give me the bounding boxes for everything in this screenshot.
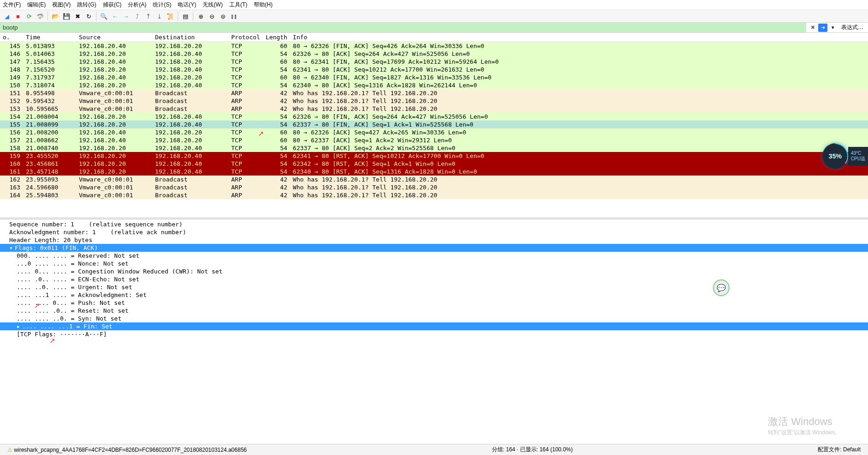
toolbar-separator xyxy=(178,12,178,21)
goto-packet-button[interactable]: ⤴ xyxy=(132,11,142,21)
packet-row[interactable]: 15923.455520192.168.20.20192.168.20.40TC… xyxy=(0,152,868,160)
filter-controls: ✖ ➔ ▾ 表达式… xyxy=(806,24,868,32)
menu-tools[interactable]: 工具(T) xyxy=(229,1,247,9)
filter-apply-button[interactable]: ➔ xyxy=(818,24,827,32)
detail-header-length[interactable]: Header Length: 20 bytes xyxy=(0,236,868,244)
detail-syn[interactable]: .... .... ..0. = Syn: Not set xyxy=(0,315,868,322)
packet-row[interactable]: 16023.456861192.168.20.20192.168.20.40TC… xyxy=(0,160,868,168)
packet-row[interactable]: 15621.008200192.168.20.40192.168.20.20TC… xyxy=(0,128,868,136)
stop-capture-button[interactable]: ■ xyxy=(13,11,23,21)
detail-fin[interactable]: ▸.... .... ...1 = Fin: Set xyxy=(0,322,868,330)
col-no[interactable]: o. xyxy=(0,33,23,42)
expand-caret-icon[interactable]: ▸ xyxy=(17,323,22,330)
detail-urgent[interactable]: .... ..0. .... = Urgent: Not set xyxy=(0,283,868,291)
cpu-usage-ring: 35% xyxy=(822,143,848,169)
toolbar-separator xyxy=(193,12,193,21)
col-time[interactable]: Time xyxy=(23,33,76,42)
packet-details-pane[interactable]: Sequence number: 1 (relative sequence nu… xyxy=(0,219,868,363)
col-source[interactable]: Source xyxy=(76,33,152,42)
detail-ack-flag[interactable]: .... ...1 .... = Acknowledgment: Set xyxy=(0,291,868,299)
display-filter-input[interactable] xyxy=(0,23,806,32)
menu-bar: 文件(F) 编辑(E) 视图(V) 跳转(G) 捕获(C) 分析(A) 统计(S… xyxy=(0,0,868,10)
packet-list-header[interactable]: o. Time Source Destination Protocol Leng… xyxy=(0,33,868,42)
packet-row[interactable]: 15721.008662192.168.20.40192.168.20.20TC… xyxy=(0,136,868,144)
packet-row[interactable]: 16324.596680Vmware_c0:00:01BroadcastARP4… xyxy=(0,183,868,191)
detail-ack[interactable]: Acknowledgment number: 1 (relative ack n… xyxy=(0,228,868,236)
detail-reserved[interactable]: 000. .... .... = Reserved: Not set xyxy=(0,252,868,260)
menu-view[interactable]: 视图(V) xyxy=(52,1,71,9)
menu-capture[interactable]: 捕获(C) xyxy=(103,1,122,9)
detail-push[interactable]: .... .... 0... = Push: Not set xyxy=(0,299,868,307)
auto-scroll-button[interactable]: 📜 xyxy=(165,11,175,21)
packet-row[interactable]: 15421.008004192.168.20.20192.168.20.40TC… xyxy=(0,113,868,121)
status-bar: ⚠ wireshark_pcapng_4AA1768F=4CF2=4DBF=82… xyxy=(0,444,868,455)
go-forward-button[interactable]: → xyxy=(121,11,131,21)
packet-row[interactable]: 1465.014063192.168.20.20192.168.20.40TCP… xyxy=(0,50,868,58)
menu-go[interactable]: 跳转(G) xyxy=(77,1,96,9)
capture-options-button[interactable]: 🦈 xyxy=(35,11,45,21)
main-toolbar: ◢ ■ ⟳ 🦈 📂 💾 ✖ ↻ 🔍 ← → ⤴ ⤒ ⤓ 📜 ▤ ⊕ ⊖ ⊜ ⫿⫿ xyxy=(0,10,868,23)
zoom-in-button[interactable]: ⊕ xyxy=(196,11,206,21)
menu-analyze[interactable]: 分析(A) xyxy=(128,1,146,9)
packet-row[interactable]: 1455.013893192.168.20.40192.168.20.20TCP… xyxy=(0,42,868,50)
collapse-caret-icon[interactable]: ▾ xyxy=(9,244,15,251)
cpu-monitor-widget[interactable]: 35% 43°C CPU温 xyxy=(822,143,868,169)
detail-ecn[interactable]: .... .0.. .... = ECN-Echo: Not set xyxy=(0,275,868,283)
status-packets: 分组: 164 · 已显示: 164 (100.0%) xyxy=(487,446,577,454)
toolbar-separator xyxy=(48,12,48,21)
packet-row[interactable]: 15821.008740192.168.20.20192.168.20.40TC… xyxy=(0,144,868,152)
activation-watermark: 激活 Windows 转到"设置"以激活 Windows。 xyxy=(768,415,840,437)
assistant-bubble-icon[interactable]: 💬 xyxy=(713,279,730,296)
packet-row[interactable]: 16223.955093Vmware_c0:00:01BroadcastARP4… xyxy=(0,176,868,183)
start-capture-button[interactable]: ◢ xyxy=(2,11,12,21)
packet-row[interactable]: 15310.595665Vmware_c0:00:01BroadcastARP4… xyxy=(0,105,868,113)
warning-icon: ⚠ xyxy=(7,447,12,453)
detail-cwr[interactable]: .... 0... .... = Congestion Window Reduc… xyxy=(0,267,868,275)
detail-flag-string[interactable]: [TCP Flags: ·······A···F] xyxy=(0,330,868,338)
detail-flags[interactable]: ▾Flags: 0x011 (FIN, ACK) xyxy=(0,244,868,252)
menu-edit[interactable]: 编辑(E) xyxy=(27,1,46,9)
colorize-button[interactable]: ▤ xyxy=(180,11,191,21)
col-info[interactable]: Info xyxy=(290,33,868,42)
cpu-temp-label: 43°C CPU温 xyxy=(848,147,868,166)
find-packet-button[interactable]: 🔍 xyxy=(99,11,109,21)
col-protocol[interactable]: Protocol xyxy=(228,33,263,42)
display-filter-bar: ✖ ➔ ▾ 表达式… xyxy=(0,23,868,33)
detail-seq[interactable]: Sequence number: 1 (relative sequence nu… xyxy=(0,220,868,228)
go-back-button[interactable]: ← xyxy=(110,11,120,21)
menu-telephony[interactable]: 电话(Y) xyxy=(178,1,196,9)
zoom-reset-button[interactable]: ⊜ xyxy=(218,11,228,21)
go-last-button[interactable]: ⤓ xyxy=(154,11,164,21)
status-file: ⚠ wireshark_pcapng_4AA1768F=4CF2=4DBF=82… xyxy=(3,447,251,453)
menu-help[interactable]: 帮助(H) xyxy=(254,1,273,9)
packet-list-pane[interactable]: o. Time Source Destination Protocol Leng… xyxy=(0,33,868,218)
go-first-button[interactable]: ⤒ xyxy=(143,11,153,21)
filter-dropdown-button[interactable]: ▾ xyxy=(828,24,838,32)
reload-button[interactable]: ↻ xyxy=(84,11,94,21)
packet-row[interactable]: 16425.594803Vmware_c0:00:01BroadcastARP4… xyxy=(0,191,868,199)
open-file-button[interactable]: 📂 xyxy=(50,11,60,21)
packet-row[interactable]: 15521.008099192.168.20.20192.168.20.40TC… xyxy=(0,121,868,128)
status-profile[interactable]: 配置文件: Default xyxy=(813,446,865,454)
resize-columns-button[interactable]: ⫿⫿ xyxy=(229,11,239,21)
menu-wireless[interactable]: 无线(W) xyxy=(203,1,222,9)
expression-button[interactable]: 表达式… xyxy=(838,24,866,31)
packet-row[interactable]: 16123.457148192.168.20.20192.168.20.40TC… xyxy=(0,168,868,176)
close-file-button[interactable]: ✖ xyxy=(72,11,83,21)
zoom-out-button[interactable]: ⊖ xyxy=(207,11,217,21)
save-file-button[interactable]: 💾 xyxy=(61,11,72,21)
restart-capture-button[interactable]: ⟳ xyxy=(24,11,34,21)
packet-row[interactable]: 1497.317937192.168.20.40192.168.20.20TCP… xyxy=(0,73,868,81)
col-destination[interactable]: Destination xyxy=(152,33,228,42)
col-length[interactable]: Length xyxy=(263,33,290,42)
packet-row[interactable]: 1507.318074192.168.20.20192.168.20.40TCP… xyxy=(0,81,868,89)
packet-row[interactable]: 1518.955498Vmware_c0:00:01BroadcastARP42… xyxy=(0,89,868,97)
filter-clear-button[interactable]: ✖ xyxy=(808,24,817,32)
packet-row[interactable]: 1529.595432Vmware_c0:00:01BroadcastARP42… xyxy=(0,97,868,105)
detail-reset[interactable]: .... .... .0.. = Reset: Not set xyxy=(0,307,868,315)
menu-stats[interactable]: 统计(S) xyxy=(153,1,171,9)
menu-file[interactable]: 文件(F) xyxy=(3,1,21,9)
detail-nonce[interactable]: ...0 .... .... = Nonce: Not set xyxy=(0,260,868,267)
packet-row[interactable]: 1487.156520192.168.20.20192.168.20.40TCP… xyxy=(0,66,868,73)
packet-row[interactable]: 1477.156435192.168.20.40192.168.20.20TCP… xyxy=(0,58,868,66)
